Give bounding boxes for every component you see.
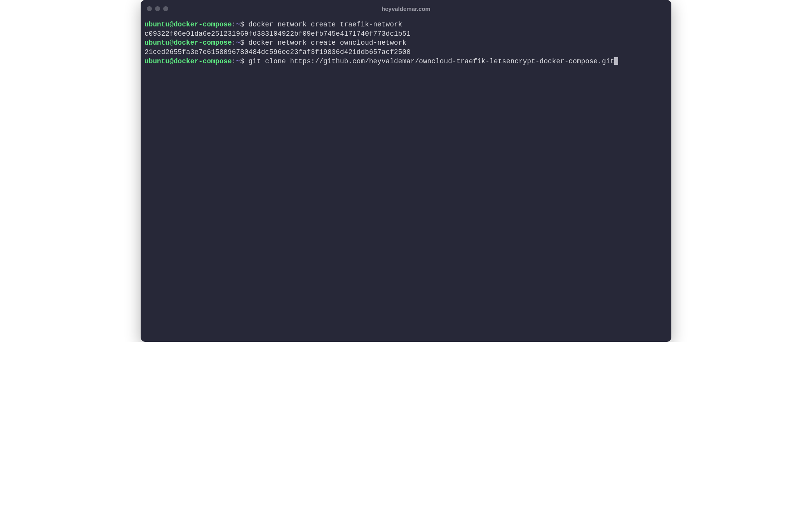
prompt-userhost: ubuntu@docker-compose: [145, 21, 232, 28]
prompt-userhost: ubuntu@docker-compose: [145, 39, 232, 47]
prompt-symbol: $: [240, 21, 244, 28]
terminal-line: 21ced2655fa3e7e6158096780484dc596ee23faf…: [145, 48, 667, 57]
terminal-line: c09322f06e01da6e251231969fd383104922bf09…: [145, 30, 667, 39]
command-text: docker network create owncloud-network: [244, 39, 406, 47]
terminal-line: ubuntu@docker-compose:~$ git clone https…: [145, 57, 667, 66]
terminal-body[interactable]: ubuntu@docker-compose:~$ docker network …: [141, 17, 671, 342]
prompt-symbol: $: [240, 57, 244, 65]
prompt-path: ~: [236, 57, 240, 65]
prompt-colon: :: [232, 57, 236, 65]
prompt-colon: :: [232, 21, 236, 28]
terminal-window: heyvaldemar.com ubuntu@docker-compose:~$…: [141, 0, 671, 342]
output-text: 21ced2655fa3e7e6158096780484dc596ee23faf…: [145, 48, 411, 56]
terminal-line: ubuntu@docker-compose:~$ docker network …: [145, 38, 667, 48]
prompt-path: ~: [236, 39, 240, 47]
cursor: [614, 57, 618, 65]
titlebar: heyvaldemar.com: [141, 0, 671, 17]
prompt-colon: :: [232, 39, 236, 47]
terminal-line: ubuntu@docker-compose:~$ docker network …: [145, 20, 667, 30]
close-button[interactable]: [147, 6, 152, 11]
maximize-button[interactable]: [163, 6, 168, 11]
window-title: heyvaldemar.com: [382, 5, 430, 12]
minimize-button[interactable]: [155, 6, 160, 11]
traffic-lights: [147, 6, 168, 11]
command-text: docker network create traefik-network: [244, 21, 403, 28]
prompt-path: ~: [236, 21, 240, 28]
output-text: c09322f06e01da6e251231969fd383104922bf09…: [145, 30, 411, 38]
prompt-symbol: $: [240, 39, 244, 47]
command-text: git clone https://github.com/heyvaldemar…: [244, 57, 614, 65]
prompt-userhost: ubuntu@docker-compose: [145, 57, 232, 65]
